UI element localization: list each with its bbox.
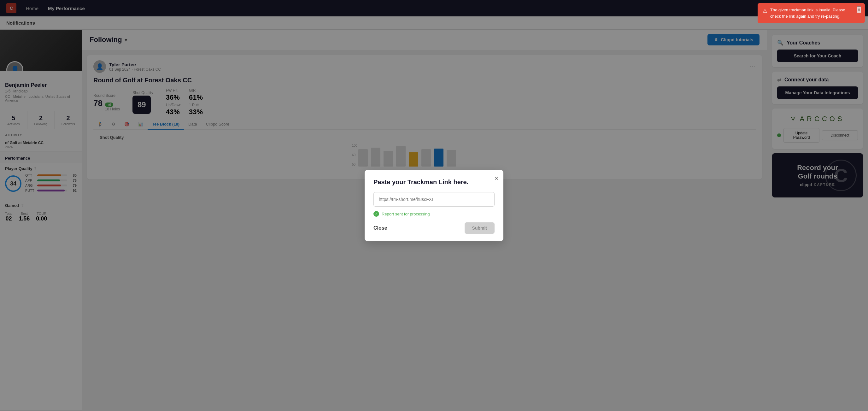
warning-icon: ⚠ [763, 7, 767, 15]
success-check-icon: ✓ [373, 211, 379, 217]
modal-overlay[interactable]: Paste your Trackman Link here. × ✓ Repor… [0, 0, 868, 410]
toast-close-button[interactable]: × [857, 6, 861, 13]
modal-actions: Close Submit [373, 222, 495, 234]
modal-close-icon[interactable]: × [495, 175, 498, 182]
trackman-modal: Paste your Trackman Link here. × ✓ Repor… [365, 170, 503, 241]
modal-submit-button[interactable]: Submit [465, 222, 495, 234]
error-toast: ⚠ The given trackman link is invalid. Pl… [757, 3, 865, 23]
trackman-link-input[interactable] [373, 192, 495, 207]
modal-close-button[interactable]: Close [373, 225, 387, 231]
success-text: Report sent for processing [382, 212, 430, 216]
modal-title: Paste your Trackman Link here. [373, 179, 495, 186]
modal-success-message: ✓ Report sent for processing [373, 211, 495, 217]
toast-message: The given trackman link is invalid. Plea… [770, 7, 852, 19]
